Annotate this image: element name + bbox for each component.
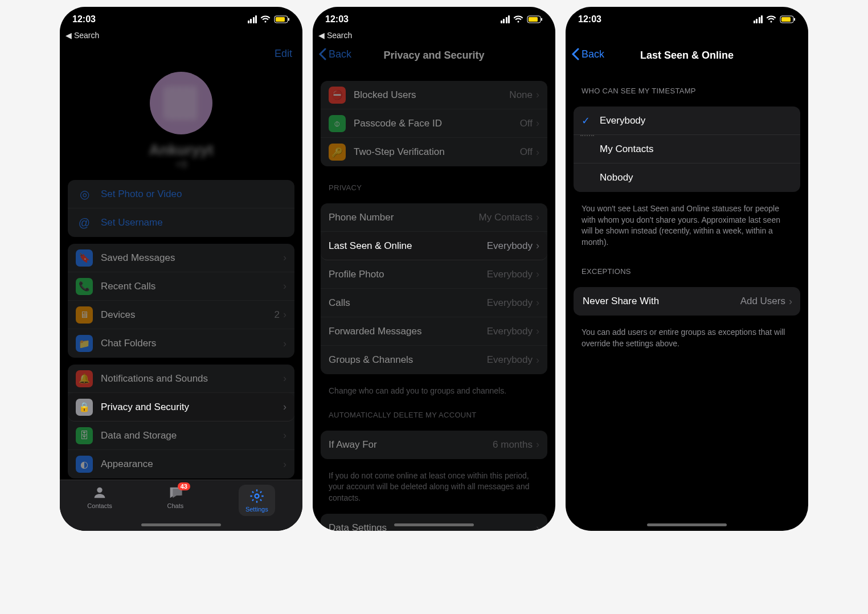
chevron-right-icon: › xyxy=(536,268,539,280)
passcode-face-id-row[interactable]: ⌽Passcode & Face IDOff› xyxy=(321,109,547,138)
chat-folders-label: Chat Folders xyxy=(101,338,283,349)
key-icon: 🔑 xyxy=(329,144,346,161)
chevron-right-icon: › xyxy=(283,373,286,384)
svg-point-3 xyxy=(97,488,102,493)
tab-settings[interactable]: Settings xyxy=(239,485,275,516)
saved-messages-row[interactable]: 🔖Saved Messages› xyxy=(68,244,294,272)
profile-photo-value: Everybody xyxy=(487,269,533,280)
two-step-verification-row[interactable]: 🔑Two-Step VerificationOff› xyxy=(321,138,547,166)
timestamp-footer: You won't see Last Seen and Online statu… xyxy=(566,199,808,251)
page-title: Privacy and Security xyxy=(383,50,484,62)
forwarded-messages-label: Forwarded Messages xyxy=(329,326,487,337)
passcode-face-id-value: Off xyxy=(520,118,533,129)
set-username-row[interactable]: @ Set Username xyxy=(68,208,294,237)
passcode-face-id-label: Passcode & Face ID xyxy=(354,118,520,129)
saved-messages-label: Saved Messages xyxy=(101,252,283,264)
chevron-right-icon: › xyxy=(283,459,286,470)
chats-badge: 43 xyxy=(178,482,190,490)
privacy-and-security-label: Privacy and Security xyxy=(101,402,283,413)
tab-settings-label: Settings xyxy=(245,506,268,513)
phone-number-label: Phone Number xyxy=(329,212,479,223)
privacy-security-screen: 12:03 ◀ Search Back Privacy and Security… xyxy=(313,7,555,531)
back-button[interactable]: Back xyxy=(571,48,604,60)
block-icon: ⛔ xyxy=(329,87,346,104)
blocked-users-row[interactable]: ⛔Blocked UsersNone› xyxy=(321,81,547,109)
data-settings-row[interactable]: Data Settings › xyxy=(321,514,547,531)
back-button[interactable]: Back xyxy=(318,48,351,60)
add-users-value: Add Users xyxy=(740,296,785,307)
status-bar: 12:03 xyxy=(313,7,555,32)
phone-number-value: My Contacts xyxy=(479,212,533,223)
groups-channels-row[interactable]: Groups & ChannelsEverybody› xyxy=(321,346,547,374)
circle-icon: ◐ xyxy=(76,456,93,473)
home-indicator[interactable] xyxy=(647,523,727,526)
exceptions-footer: You can add users or entire groups as ex… xyxy=(566,322,808,353)
groups-channels-value: Everybody xyxy=(487,354,533,366)
exceptions-header: Exceptions xyxy=(566,251,808,280)
at-icon: @ xyxy=(76,214,93,231)
chat-folders-row[interactable]: 📁Chat Folders› xyxy=(68,329,294,358)
last-seen-online-row[interactable]: Last Seen & OnlineEverybody› xyxy=(321,232,547,260)
devices-label: Devices xyxy=(101,309,275,321)
home-indicator[interactable] xyxy=(141,523,221,526)
chevron-right-icon: › xyxy=(536,240,539,252)
home-indicator[interactable] xyxy=(394,523,474,526)
svg-rect-6 xyxy=(529,17,538,22)
profile-name: Ankuryyt xyxy=(60,141,302,159)
data-and-storage-label: Data and Storage xyxy=(101,430,283,441)
breadcrumb-search[interactable]: ◀ Search xyxy=(318,31,352,40)
option-label: Nobody xyxy=(600,172,792,183)
groups-channels-label: Groups & Channels xyxy=(329,354,487,366)
edit-button[interactable]: Edit xyxy=(275,48,292,60)
chevron-right-icon: › xyxy=(536,146,539,158)
devices-icon: 🖥 xyxy=(76,306,93,324)
chevron-right-icon: › xyxy=(536,89,539,101)
forwarded-messages-row[interactable]: Forwarded MessagesEverybody› xyxy=(321,317,547,346)
phone-number-row[interactable]: Phone NumberMy Contacts› xyxy=(321,203,547,232)
settings-section: 🔔Notifications and Sounds›🔒Privacy and S… xyxy=(68,365,294,478)
tab-chats[interactable]: 43 Chats xyxy=(167,485,183,509)
chevron-right-icon: › xyxy=(283,252,286,264)
chevron-right-icon: › xyxy=(536,325,539,337)
set-username-label: Set Username xyxy=(101,217,286,228)
wifi-icon xyxy=(260,15,271,23)
privacy-and-security-row[interactable]: 🔒Privacy and Security› xyxy=(68,393,294,421)
recent-calls-label: Recent Calls xyxy=(101,281,283,292)
option-my-contacts[interactable]: My Contacts xyxy=(574,135,800,163)
devices-row[interactable]: 🖥Devices2› xyxy=(68,301,294,329)
notifications-and-sounds-label: Notifications and Sounds xyxy=(101,373,283,384)
data-and-storage-row[interactable]: 🗄Data and Storage› xyxy=(68,421,294,450)
lock-icon: 🔒 xyxy=(76,399,93,416)
chevron-right-icon: › xyxy=(789,296,792,308)
faceid-icon: ⌽ xyxy=(329,115,346,132)
chevron-left-icon xyxy=(571,48,579,60)
notifications-and-sounds-row[interactable]: 🔔Notifications and Sounds› xyxy=(68,365,294,393)
svg-rect-1 xyxy=(276,17,285,22)
avatar[interactable] xyxy=(150,72,212,134)
chevron-right-icon: › xyxy=(283,401,286,413)
wifi-icon xyxy=(766,15,776,23)
recent-calls-row[interactable]: 📞Recent Calls› xyxy=(68,272,294,301)
general-section: 🔖Saved Messages›📞Recent Calls›🖥Devices2›… xyxy=(68,244,294,358)
set-photo-row[interactable]: ◎ Set Photo or Video xyxy=(68,180,294,208)
devices-value: 2 xyxy=(275,309,280,321)
timestamp-header: Who Can See My Timestamp xyxy=(566,69,808,100)
profile-photo-row[interactable]: Profile PhotoEverybody› xyxy=(321,260,547,289)
never-share-row[interactable]: Never Share With Add Users › xyxy=(574,287,800,316)
last-seen-online-value: Everybody xyxy=(487,240,533,252)
wifi-icon xyxy=(513,15,523,23)
option-nobody[interactable]: Nobody xyxy=(574,163,800,192)
two-step-verification-value: Off xyxy=(520,146,533,158)
timestamp-options: ✓EverybodyMy ContactsNobody xyxy=(574,107,800,192)
battery-icon xyxy=(274,15,290,23)
battery-icon xyxy=(527,15,543,23)
calls-label: Calls xyxy=(329,297,487,309)
signal-icon xyxy=(754,15,763,23)
breadcrumb-search[interactable]: ◀ Search xyxy=(65,31,99,40)
tab-contacts[interactable]: Contacts xyxy=(87,485,112,509)
status-bar: 12:03 xyxy=(566,7,808,32)
appearance-row[interactable]: ◐Appearance› xyxy=(68,450,294,478)
if-away-row[interactable]: If Away For 6 months › xyxy=(321,431,547,459)
option-everybody[interactable]: ✓Everybody xyxy=(574,107,800,135)
calls-row[interactable]: CallsEverybody› xyxy=(321,289,547,317)
